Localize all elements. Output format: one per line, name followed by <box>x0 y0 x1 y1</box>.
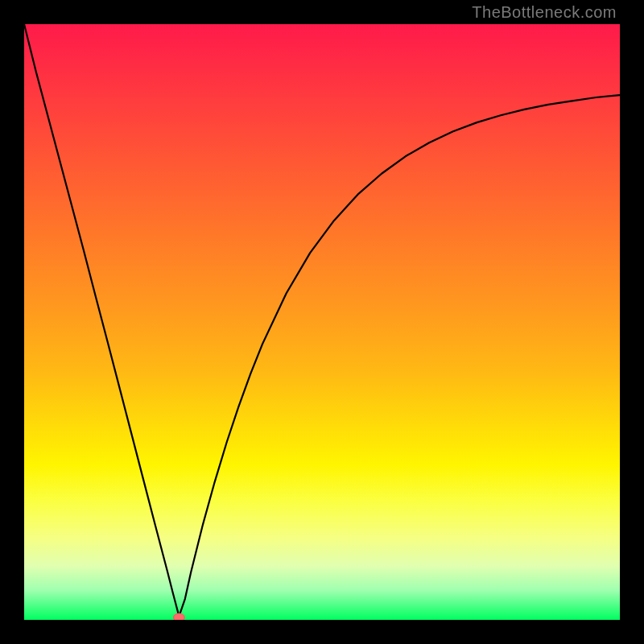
min-marker <box>173 613 184 620</box>
chart-frame: TheBottleneck.com <box>0 0 644 644</box>
chart-svg <box>24 24 620 620</box>
bottleneck-curve <box>24 24 620 617</box>
plot-area <box>24 24 620 620</box>
watermark-text: TheBottleneck.com <box>472 3 617 22</box>
